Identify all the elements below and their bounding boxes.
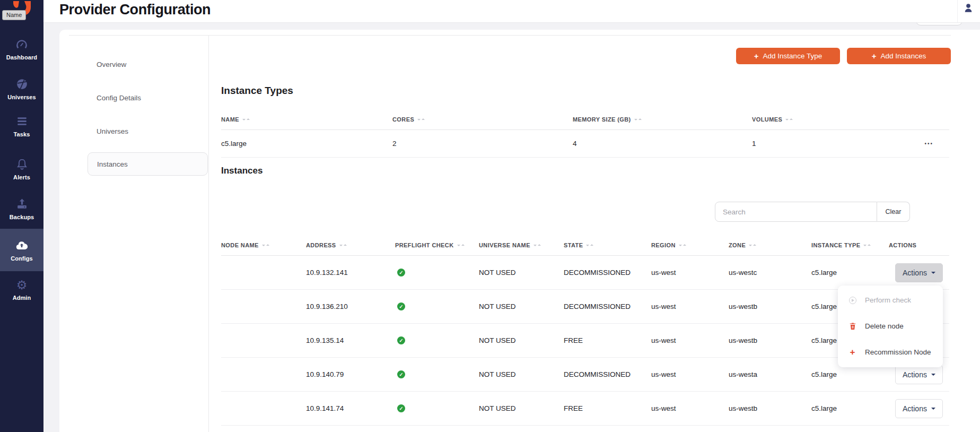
- preflight-check-passed-icon: [397, 370, 405, 378]
- sidebar-item-label: Admin: [13, 295, 31, 301]
- cell-instance-type: c5.large: [811, 269, 889, 277]
- cell-region: us-west: [651, 336, 729, 344]
- subnav-label: Instances: [97, 160, 128, 168]
- cloud-upload-icon: [15, 239, 29, 253]
- menu-item-recommission-node[interactable]: + Recommission Node: [838, 339, 943, 365]
- clear-button[interactable]: Clear: [877, 202, 910, 222]
- user-profile-button[interactable]: [961, 2, 976, 16]
- cell-zone: us-westc: [729, 269, 811, 277]
- column-header-cores[interactable]: CORES: [392, 116, 573, 123]
- sort-icons: [749, 243, 756, 248]
- sidebar-item-alerts[interactable]: Alerts: [0, 148, 43, 189]
- plus-icon: +: [848, 348, 857, 357]
- search-input[interactable]: [715, 202, 877, 222]
- sidebar-item-universes[interactable]: Universes: [0, 68, 43, 109]
- instance-row: 10.9.132.141 NOT USED DECOMMISSIONED us-…: [221, 256, 949, 290]
- cell-region: us-west: [651, 269, 729, 277]
- actions-dropdown-button[interactable]: Actions: [895, 365, 943, 384]
- page-title: Provider Configuration: [59, 2, 211, 18]
- column-header-universe-name[interactable]: UNIVERSE NAME: [479, 236, 564, 248]
- sidebar-item-admin[interactable]: ⚙ Admin: [0, 269, 43, 310]
- actions-dropdown-button[interactable]: Actions: [895, 263, 943, 282]
- subnav-item-config-details[interactable]: Config Details: [88, 86, 208, 109]
- column-header-memory[interactable]: MEMORY SIZE (GB): [573, 116, 752, 123]
- cell-instance-type: c5.large: [811, 404, 889, 412]
- sort-icons: [339, 243, 347, 248]
- trash-icon: [848, 322, 857, 330]
- sidebar-item-label: Configs: [11, 255, 33, 262]
- column-header-address[interactable]: ADDRESS: [306, 236, 395, 248]
- button-label: Add Instances: [881, 52, 926, 60]
- sidebar-item-backups[interactable]: Backups: [0, 188, 43, 229]
- cell-region: us-west: [651, 404, 729, 412]
- sidebar-item-dashboard[interactable]: Dashboard: [0, 28, 43, 70]
- sort-icons: [262, 243, 269, 248]
- sidebar-item-label: Backups: [10, 214, 34, 220]
- cell-zone: us-westb: [729, 303, 811, 310]
- menu-item-perform-check: Perform check: [838, 287, 943, 313]
- subnav-label: Config Details: [97, 94, 141, 102]
- user-icon: [963, 3, 974, 15]
- sidebar: Name Dashboard Universes Tasks Alerts: [0, 0, 43, 432]
- plus-icon: +: [754, 51, 759, 61]
- provider-configuration-screen: Provider Configuration Name Dashboard: [0, 0, 980, 432]
- subnav-item-overview[interactable]: Overview: [88, 53, 208, 76]
- sort-icons: [634, 117, 642, 122]
- cell-state: FREE: [564, 336, 651, 344]
- sort-icons: [533, 243, 541, 248]
- cell-volumes: 1: [752, 140, 888, 148]
- subnav-item-instances[interactable]: Instances: [88, 152, 208, 176]
- sidebar-item-label: Alerts: [13, 174, 30, 180]
- subnav-label: Overview: [97, 61, 126, 68]
- instances-heading: Instances: [221, 166, 262, 176]
- column-header-volumes[interactable]: VOLUMES: [752, 116, 888, 123]
- cell-universe-name: NOT USED: [479, 303, 564, 310]
- play-circle-icon: [848, 297, 857, 304]
- sidebar-item-label: Tasks: [14, 131, 30, 137]
- subnav-item-universes[interactable]: Universes: [88, 119, 208, 143]
- column-header-node-name[interactable]: NODE NAME: [221, 236, 306, 248]
- column-header-zone[interactable]: ZONE: [729, 236, 811, 248]
- instances-header-row: NODE NAME ADDRESS PREFLIGHT CHECK UNIVER…: [221, 228, 949, 256]
- preflight-check-passed-icon: [397, 303, 405, 310]
- menu-item-delete-node[interactable]: Delete node: [838, 313, 943, 339]
- button-label: Add Instance Type: [763, 52, 822, 60]
- preflight-check-passed-icon: [397, 336, 405, 344]
- cell-zone: us-westa: [729, 370, 811, 378]
- row-menu-icon[interactable]: •••: [924, 141, 949, 146]
- cell-universe-name: NOT USED: [479, 336, 564, 344]
- sidebar-item-tasks[interactable]: Tasks: [0, 105, 43, 146]
- sort-icons: [457, 243, 465, 248]
- panel-border: [69, 35, 951, 36]
- cell-name: c5.large: [221, 140, 392, 148]
- actions-dropdown-menu: Perform check Delete node + Recommission…: [838, 286, 943, 367]
- plus-icon: +: [872, 51, 877, 61]
- cell-zone: us-westb: [729, 336, 811, 344]
- cell-zone: us-westb: [729, 404, 811, 412]
- cell-cores: 2: [392, 140, 573, 148]
- gear-icon: ⚙: [15, 278, 29, 292]
- add-instance-type-button[interactable]: + Add Instance Type: [736, 48, 840, 64]
- actions-dropdown-button[interactable]: Actions: [895, 399, 943, 418]
- add-instances-button[interactable]: + Add Instances: [847, 48, 951, 64]
- chevron-down-icon: [931, 408, 935, 412]
- instance-types-header-row: NAME CORES MEMORY SIZE (GB) VOLUMES: [221, 109, 949, 130]
- sidebar-item-configs[interactable]: Configs: [0, 229, 43, 271]
- cell-address: 10.9.135.14: [306, 336, 395, 344]
- subnav-label: Universes: [97, 127, 128, 135]
- gauge-icon: [15, 38, 29, 51]
- column-header-instance-type[interactable]: INSTANCE TYPE: [811, 236, 889, 248]
- column-header-region[interactable]: REGION: [651, 236, 729, 248]
- instance-row: 10.9.141.74 NOT USED FREE us-west us-wes…: [221, 392, 949, 426]
- cell-state: DECOMMISSIONED: [564, 370, 651, 378]
- sort-icons: [586, 243, 593, 248]
- sort-icons: [785, 117, 793, 122]
- column-header-preflight[interactable]: PREFLIGHT CHECK: [395, 236, 479, 248]
- column-header-name[interactable]: NAME: [221, 116, 392, 123]
- column-header-state[interactable]: STATE: [564, 236, 651, 248]
- cell-region: us-west: [651, 370, 729, 378]
- cell-universe-name: NOT USED: [479, 269, 564, 277]
- preflight-check-passed-icon: [397, 404, 405, 412]
- preflight-check-passed-icon: [397, 269, 405, 277]
- sort-icons: [679, 243, 686, 248]
